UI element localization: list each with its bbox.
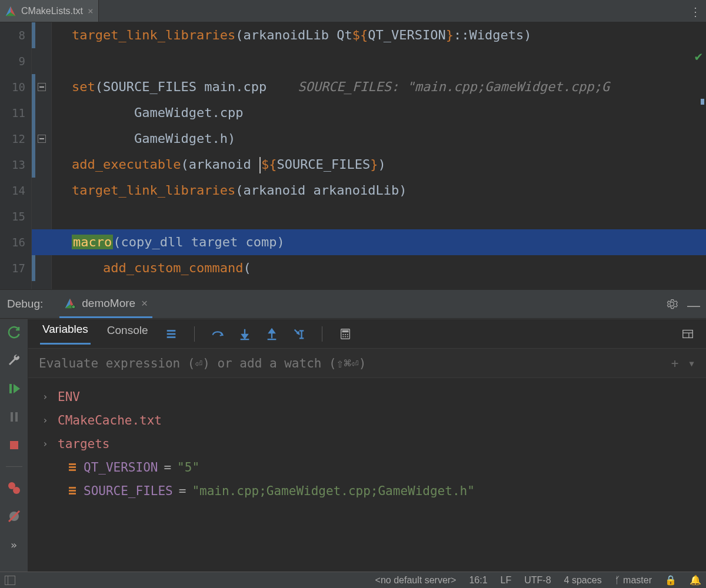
minimize-icon[interactable]: — bbox=[687, 298, 699, 310]
svg-marker-21 bbox=[242, 334, 247, 338]
svg-marker-24 bbox=[269, 329, 274, 332]
pause-icon[interactable] bbox=[7, 410, 21, 424]
svg-rect-11 bbox=[15, 412, 18, 422]
var-node: ›ENV bbox=[42, 385, 692, 409]
status-indent[interactable]: 4 spaces bbox=[564, 575, 602, 586]
error-stripe-mark[interactable] bbox=[701, 99, 704, 105]
fold-toggle-icon[interactable] bbox=[38, 83, 46, 91]
step-out-icon[interactable] bbox=[265, 328, 278, 340]
svg-point-34 bbox=[342, 336, 344, 337]
svg-rect-10 bbox=[11, 412, 13, 422]
fold-toggle-icon[interactable] bbox=[38, 135, 46, 143]
svg-point-36 bbox=[347, 336, 348, 337]
svg-point-14 bbox=[13, 487, 20, 494]
stop-icon[interactable] bbox=[7, 438, 21, 452]
svg-rect-30 bbox=[342, 330, 348, 332]
step-over-icon[interactable] bbox=[211, 328, 224, 340]
code-editor[interactable]: 8 9 10 11 12 13 14 15 16 17 ✔ target_lin… bbox=[0, 22, 706, 289]
layout-icon[interactable] bbox=[681, 328, 694, 340]
svg-point-31 bbox=[342, 333, 344, 335]
cmake-icon bbox=[5, 5, 16, 17]
list-icon bbox=[67, 463, 78, 472]
text-cursor bbox=[259, 157, 261, 173]
tab-console[interactable]: Console bbox=[105, 324, 151, 344]
rerun-icon[interactable] bbox=[7, 325, 21, 339]
toolwindow-toggle-icon[interactable] bbox=[5, 576, 15, 585]
var-node: ›CMakeCache.txt bbox=[42, 409, 692, 432]
code-area[interactable]: ✔ target_link_libraries(arkanoidLib Qt${… bbox=[52, 22, 706, 289]
calculator-icon[interactable] bbox=[339, 328, 352, 340]
status-caret-pos[interactable]: 16:1 bbox=[469, 575, 487, 586]
run-to-cursor-icon[interactable] bbox=[292, 328, 305, 340]
add-watch-icon[interactable]: + bbox=[671, 356, 679, 370]
close-icon[interactable]: × bbox=[88, 5, 94, 16]
debug-label: Debug: bbox=[7, 298, 43, 310]
status-server[interactable]: <no default server> bbox=[375, 575, 457, 586]
debug-config-tab[interactable]: demoMore × bbox=[59, 290, 152, 318]
cmake-icon bbox=[64, 298, 76, 309]
svg-point-7 bbox=[72, 305, 75, 308]
evaluate-input[interactable]: Evaluate expression (⏎) or add a watch (… bbox=[28, 349, 706, 378]
svg-rect-8 bbox=[9, 384, 12, 393]
status-eol[interactable]: LF bbox=[501, 575, 512, 586]
list-icon[interactable] bbox=[165, 328, 178, 340]
gear-icon[interactable] bbox=[666, 298, 678, 310]
file-tab[interactable]: CMakeLists.txt × bbox=[0, 0, 99, 22]
kebab-menu-icon[interactable]: ⋮ bbox=[690, 5, 701, 19]
dropdown-icon[interactable]: ▾ bbox=[688, 356, 695, 370]
lock-icon[interactable]: 🔒 bbox=[665, 574, 677, 586]
line-gutter: 8 9 10 11 12 13 14 15 16 17 bbox=[0, 22, 32, 289]
debug-inner-toolbar: Variables Console bbox=[28, 319, 706, 349]
svg-point-32 bbox=[344, 333, 345, 335]
editor-tabbar: CMakeLists.txt × ⋮ bbox=[0, 0, 706, 22]
expand-icon[interactable]: › bbox=[42, 432, 52, 456]
var-node: ›targets bbox=[42, 432, 692, 456]
svg-rect-37 bbox=[683, 330, 693, 338]
debug-panel: » Variables Console Evaluate expression … bbox=[0, 319, 706, 572]
var-value: QT_VERSION = "5" bbox=[42, 456, 692, 479]
svg-marker-9 bbox=[14, 384, 20, 393]
debug-toolwindow-header: Debug: demoMore × — bbox=[0, 289, 706, 319]
status-bar: <no default server> 16:1 LF UTF-8 4 spac… bbox=[0, 572, 706, 588]
list-icon bbox=[67, 486, 78, 496]
status-encoding[interactable]: UTF-8 bbox=[524, 575, 551, 586]
inspection-ok-icon[interactable]: ✔ bbox=[695, 44, 702, 69]
close-icon[interactable]: × bbox=[141, 297, 148, 310]
svg-point-35 bbox=[344, 336, 345, 337]
expand-icon[interactable]: › bbox=[42, 409, 52, 432]
svg-rect-12 bbox=[10, 441, 18, 449]
bell-icon[interactable]: 🔔 bbox=[690, 574, 701, 586]
debug-left-toolbar: » bbox=[0, 319, 28, 572]
svg-point-33 bbox=[347, 333, 348, 335]
expand-icon[interactable]: › bbox=[42, 385, 52, 409]
file-tab-label: CMakeLists.txt bbox=[21, 6, 83, 16]
more-icon[interactable]: » bbox=[7, 537, 21, 552]
step-into-icon[interactable] bbox=[238, 328, 251, 340]
git-branch[interactable]: ᚶ master bbox=[615, 575, 652, 586]
tab-variables[interactable]: Variables bbox=[40, 323, 91, 345]
var-value: SOURCE_FILES = "main.cpp;GameWidget.cpp;… bbox=[42, 479, 692, 503]
variables-tree[interactable]: ›ENV ›CMakeCache.txt ›targets QT_VERSION… bbox=[28, 378, 706, 572]
wrench-icon[interactable] bbox=[7, 353, 21, 368]
breakpoints-icon[interactable] bbox=[7, 481, 21, 495]
mute-breakpoints-icon[interactable] bbox=[7, 509, 21, 523]
resume-icon[interactable] bbox=[7, 382, 21, 396]
